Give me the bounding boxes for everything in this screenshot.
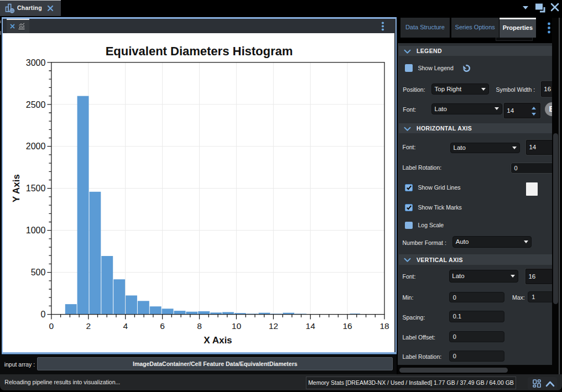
svg-text:6: 6 — [160, 321, 165, 330]
svg-text:10: 10 — [232, 321, 242, 330]
svg-text:0: 0 — [40, 310, 45, 319]
svg-text:3000: 3000 — [26, 58, 46, 67]
svg-text:X Axis: X Axis — [204, 335, 232, 346]
svg-text:0: 0 — [49, 321, 54, 330]
svg-text:18: 18 — [379, 321, 389, 330]
svg-text:12: 12 — [269, 321, 278, 330]
svg-text:2000: 2000 — [26, 142, 46, 151]
svg-text:2: 2 — [86, 321, 91, 330]
svg-text:8: 8 — [197, 321, 202, 330]
svg-text:14: 14 — [306, 321, 316, 330]
svg-text:Y Axis: Y Axis — [11, 174, 22, 202]
svg-text:500: 500 — [31, 268, 46, 277]
svg-text:4: 4 — [123, 321, 128, 330]
svg-text:Equivalent Diameters Histogram: Equivalent Diameters Histogram — [106, 44, 293, 58]
svg-text:1500: 1500 — [26, 184, 46, 193]
svg-text:1000: 1000 — [26, 226, 46, 235]
svg-text:16: 16 — [342, 321, 352, 330]
svg-text:2500: 2500 — [26, 100, 46, 109]
